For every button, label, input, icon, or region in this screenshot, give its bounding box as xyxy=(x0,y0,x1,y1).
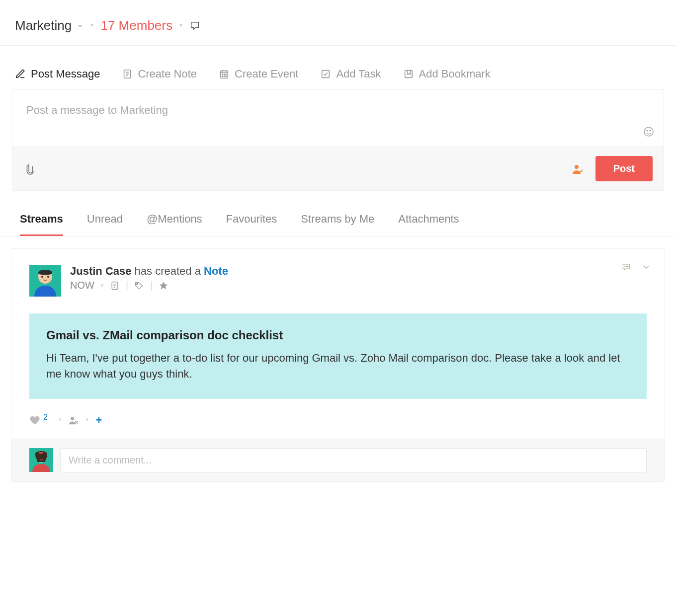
bookmark-icon xyxy=(403,69,414,79)
message-input[interactable] xyxy=(26,104,650,117)
calendar-icon xyxy=(219,69,230,79)
svg-point-19 xyxy=(575,165,579,169)
svg-point-32 xyxy=(137,283,138,285)
avatar xyxy=(29,448,53,472)
like-icon[interactable] xyxy=(29,415,40,426)
svg-point-9 xyxy=(224,74,224,75)
tab-label: Add Task xyxy=(336,68,381,80)
tab-label: Create Note xyxy=(138,68,197,80)
chat-icon[interactable] xyxy=(189,20,200,31)
comment-input[interactable] xyxy=(60,448,647,472)
post-card: Justin Case has created a Note NOW • | |… xyxy=(11,248,665,482)
svg-point-12 xyxy=(224,76,224,77)
team-selector[interactable]: Marketing xyxy=(15,18,84,33)
svg-point-8 xyxy=(222,74,223,75)
edit-icon xyxy=(15,69,26,79)
chevron-down-icon[interactable] xyxy=(642,263,651,272)
svg-point-21 xyxy=(624,266,625,267)
compose-toolbar: Post xyxy=(12,147,664,190)
post-time: NOW xyxy=(70,280,94,291)
separator-dot: • xyxy=(90,20,93,31)
svg-point-16 xyxy=(644,127,653,136)
comment-color-icon[interactable] xyxy=(622,263,631,272)
svg-point-10 xyxy=(226,74,226,75)
note-icon[interactable] xyxy=(110,281,120,291)
tab-add-task[interactable]: Add Task xyxy=(320,68,381,80)
note-icon xyxy=(122,69,133,79)
post-meta: NOW • | | xyxy=(70,280,228,291)
filter-tabs: Streams Unread @Mentions Favourites Stre… xyxy=(0,191,676,236)
emoji-icon[interactable] xyxy=(643,126,655,138)
filter-mentions[interactable]: @Mentions xyxy=(147,213,202,236)
filter-attachments[interactable]: Attachments xyxy=(398,213,459,236)
note-body: Hi Team, I've put together a to-do list … xyxy=(46,350,630,382)
post-action-bar: 2 • • + xyxy=(29,399,647,439)
svg-point-13 xyxy=(226,76,226,77)
remove-person-icon[interactable] xyxy=(69,415,79,425)
post-action-text: has created a xyxy=(132,265,204,277)
post-object-link[interactable]: Note xyxy=(204,265,228,277)
tab-post-message[interactable]: Post Message xyxy=(15,68,100,80)
members-count[interactable]: 17 Members xyxy=(100,18,172,33)
filter-favourites[interactable]: Favourites xyxy=(226,213,277,236)
chevron-down-icon xyxy=(77,22,84,29)
svg-point-26 xyxy=(41,276,43,278)
avatar xyxy=(29,265,61,297)
svg-rect-14 xyxy=(322,71,330,78)
filter-streams[interactable]: Streams xyxy=(20,213,63,236)
svg-point-17 xyxy=(647,130,648,131)
post-card-actions xyxy=(622,263,651,272)
svg-point-23 xyxy=(627,266,628,267)
filter-streams-by-me[interactable]: Streams by Me xyxy=(301,213,374,236)
note-content: Gmail vs. ZMail comparison doc checklist… xyxy=(29,313,647,399)
tab-create-note[interactable]: Create Note xyxy=(122,68,197,80)
tab-label: Create Event xyxy=(235,68,298,80)
tab-create-event[interactable]: Create Event xyxy=(219,68,298,80)
tag-icon[interactable] xyxy=(134,281,144,291)
paperclip-icon[interactable] xyxy=(23,162,34,175)
tab-add-bookmark[interactable]: Add Bookmark xyxy=(403,68,491,80)
tab-label: Add Bookmark xyxy=(419,68,491,80)
add-person-icon[interactable] xyxy=(572,163,584,175)
action-tabs: Post Message Create Note Create Event Ad… xyxy=(0,46,676,89)
star-icon[interactable] xyxy=(159,281,169,291)
svg-point-27 xyxy=(47,276,49,278)
svg-point-40 xyxy=(43,457,44,458)
page-header: Marketing • 17 Members • xyxy=(0,0,676,46)
svg-point-22 xyxy=(626,266,627,267)
post-button[interactable]: Post xyxy=(595,156,653,181)
post-author[interactable]: Justin Case xyxy=(70,265,132,277)
tab-label: Post Message xyxy=(31,68,100,80)
team-name-label: Marketing xyxy=(15,18,72,33)
filter-unread[interactable]: Unread xyxy=(87,213,123,236)
post-title-line: Justin Case has created a Note xyxy=(70,265,228,278)
separator-dot: • xyxy=(179,20,182,31)
compose-box: Post xyxy=(12,89,664,191)
svg-marker-33 xyxy=(160,281,168,289)
task-icon xyxy=(320,69,331,79)
note-title: Gmail vs. ZMail comparison doc checklist xyxy=(46,328,630,342)
svg-rect-41 xyxy=(39,452,43,454)
svg-point-34 xyxy=(71,417,74,420)
comment-bar xyxy=(11,439,665,481)
post-header: Justin Case has created a Note NOW • | | xyxy=(29,265,647,297)
svg-point-39 xyxy=(39,457,40,458)
compose-input-area xyxy=(12,90,664,147)
svg-point-18 xyxy=(650,130,651,131)
svg-point-11 xyxy=(222,76,223,77)
add-action-icon[interactable]: + xyxy=(96,414,102,427)
like-count: 2 xyxy=(43,413,48,422)
